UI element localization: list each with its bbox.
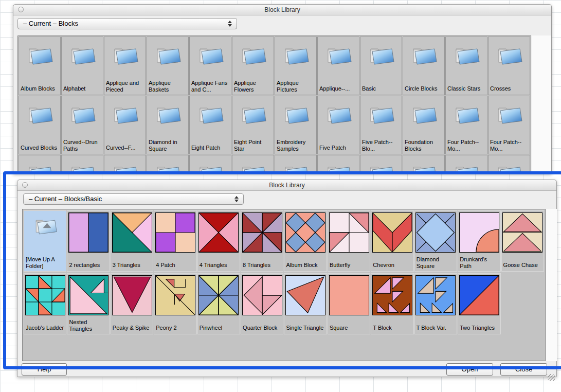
folder-icon xyxy=(453,162,480,174)
folder-icon xyxy=(495,102,523,125)
block-item-tri4[interactable]: 4 Triangles xyxy=(197,210,240,272)
block-item-nested[interactable]: Nested Triangles xyxy=(67,273,110,334)
block-item-tri8[interactable]: 8 Triangles xyxy=(241,210,283,272)
block-label: 3 Triangles xyxy=(111,261,153,271)
block-label: 2 rectangles xyxy=(67,261,109,271)
folder-item[interactable] xyxy=(19,155,61,174)
folder-icon xyxy=(324,162,352,174)
folder-item[interactable]: Alphabet xyxy=(61,37,103,95)
folder-item[interactable] xyxy=(232,155,274,174)
folder-item[interactable]: Applique Flowers xyxy=(232,37,274,95)
front-close-button[interactable] xyxy=(22,182,28,188)
block-item-butterfly[interactable]: Butterfly xyxy=(328,210,370,272)
folder-item[interactable]: Album Blocks xyxy=(19,37,61,95)
block-item-album[interactable]: Album Block xyxy=(284,210,327,272)
block-item-twotri[interactable]: Two Triangles xyxy=(458,273,500,334)
folder-item[interactable]: Applique Baskets xyxy=(147,37,189,95)
folder-icon xyxy=(111,162,139,174)
block-item-jacobs[interactable]: Jacob's Ladder xyxy=(24,273,66,334)
block-item-square[interactable]: Square xyxy=(328,273,370,334)
folder-item[interactable]: Curved--F... xyxy=(104,96,146,154)
folder-item[interactable] xyxy=(445,155,487,174)
block-grid: Jacob's Ladder Nested Triangles Peaky & … xyxy=(23,272,545,335)
folder-item[interactable] xyxy=(317,155,359,174)
block-thumbnail-tblockvar xyxy=(415,275,456,315)
folder-label: Applique Pictures xyxy=(275,79,316,95)
folder-item[interactable] xyxy=(275,155,317,174)
block-label: Peaky & Spike xyxy=(111,324,153,334)
block-label: 4 Patch xyxy=(154,261,196,271)
block-item-peony[interactable]: Peony 2 xyxy=(154,273,196,334)
folder-item[interactable]: Curved Blocks xyxy=(19,96,61,154)
folder-label: Crosses xyxy=(488,84,530,95)
back-close-button[interactable] xyxy=(18,7,24,12)
block-thumbnail-butterfly xyxy=(329,212,369,253)
folder-item[interactable]: Four Patch--Mo... xyxy=(488,96,530,154)
block-item-single[interactable]: Single Triangle xyxy=(284,273,327,334)
folder-item[interactable]: Eight Patch xyxy=(189,96,231,154)
block-item-moveup[interactable]: [Move Up A Folder] xyxy=(24,210,66,272)
close-button[interactable]: Close xyxy=(500,363,547,376)
block-thumbnail-twotri xyxy=(459,275,499,315)
block-item-chevron[interactable]: Chevron xyxy=(371,210,413,272)
folder-label: Five Patch xyxy=(318,144,359,154)
folder-item[interactable]: Crosses xyxy=(488,37,530,95)
folder-icon xyxy=(154,162,182,174)
front-window-titlebar[interactable]: Block Library xyxy=(17,180,556,191)
block-item-tblockvar[interactable]: T Block Var. xyxy=(414,273,457,334)
folder-item[interactable] xyxy=(104,155,146,174)
folder-item[interactable]: Embroidery Samples xyxy=(275,96,317,154)
folder-item[interactable]: Diamond in Square xyxy=(147,96,189,154)
folder-item[interactable] xyxy=(61,155,103,174)
front-folder-dropdown[interactable]: – Current – Blocks/Basic xyxy=(23,193,244,205)
block-thumbnail-jacobs xyxy=(25,275,65,315)
folder-label: Eight Point Star xyxy=(232,138,274,154)
folder-item[interactable]: Applique and Pieced xyxy=(104,37,146,95)
folder-label: Alphabet xyxy=(62,84,103,95)
block-label: 4 Triangles xyxy=(198,261,240,271)
folder-item[interactable]: Five Patch xyxy=(317,96,359,154)
folder-item[interactable]: Four Patch--Mo... xyxy=(445,96,487,154)
folder-item[interactable]: Circle Blocks xyxy=(403,37,445,95)
folder-item[interactable]: Applique Pictures xyxy=(275,37,317,95)
folder-item[interactable]: Five Patch--Blo... xyxy=(360,96,402,154)
block-item-patch4[interactable]: 4 Patch xyxy=(154,210,196,272)
folder-item[interactable]: Basic xyxy=(360,37,402,95)
block-item-tblock[interactable]: T Block xyxy=(371,273,413,334)
front-dropdown-value: – Current – Blocks/Basic xyxy=(29,195,102,203)
open-button[interactable]: Open xyxy=(446,363,493,376)
folder-item[interactable]: Applique--... xyxy=(317,37,359,95)
back-folder-dropdown[interactable]: – Current – Blocks xyxy=(17,18,237,29)
folder-item[interactable] xyxy=(360,155,402,174)
block-item-diamondsq[interactable]: Diamond Square xyxy=(414,210,457,272)
folder-icon xyxy=(111,102,139,125)
block-thumbnail-chevron xyxy=(372,212,412,253)
resize-grip-icon[interactable] xyxy=(548,374,555,381)
folder-item[interactable]: Curved--Drun Paths xyxy=(61,96,103,154)
folder-icon xyxy=(26,43,53,66)
block-library-window-basic: Block Library – Current – Blocks/Basic [… xyxy=(17,180,557,377)
folder-item[interactable]: Classic Stars xyxy=(445,37,487,95)
folder-item[interactable] xyxy=(403,155,445,174)
block-thumbnail-album xyxy=(285,212,325,253)
help-button[interactable]: Help xyxy=(22,363,67,376)
folder-icon xyxy=(196,102,224,125)
folder-item[interactable]: Applique Fans and C... xyxy=(189,37,231,95)
block-item-drunkard[interactable]: Drunkard's Path xyxy=(458,210,500,272)
folder-item[interactable] xyxy=(189,155,231,174)
folder-item[interactable]: Eight Point Star xyxy=(232,96,274,154)
folder-icon xyxy=(282,162,310,174)
block-item-tri3[interactable]: 3 Triangles xyxy=(111,210,153,272)
block-thumbnail-peony xyxy=(155,275,195,315)
block-item-peaky[interactable]: Peaky & Spike xyxy=(111,273,153,334)
back-window-titlebar[interactable]: Block Library xyxy=(13,5,551,15)
block-item-pinwheel[interactable]: Pinwheel xyxy=(197,273,240,334)
folder-item[interactable]: Foundation Blocks xyxy=(403,96,445,154)
folder-item[interactable] xyxy=(147,155,189,174)
folder-icon xyxy=(410,102,438,125)
block-item-rect2[interactable]: 2 rectangles xyxy=(67,210,110,272)
block-label: Goose Chase xyxy=(502,261,544,271)
block-item-quarter[interactable]: Quarter Block xyxy=(241,273,283,334)
folder-item[interactable] xyxy=(488,155,530,174)
block-item-goose[interactable]: Goose Chase xyxy=(501,210,544,272)
